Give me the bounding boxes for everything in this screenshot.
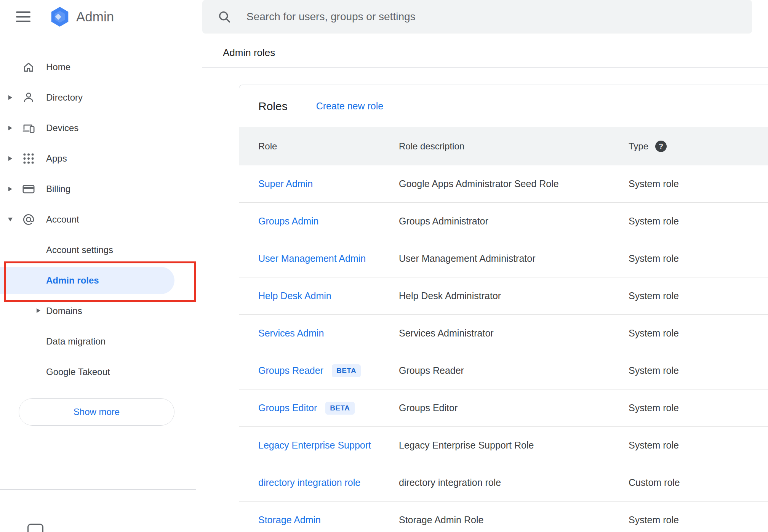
search-input[interactable] bbox=[246, 11, 752, 23]
sidebar-item-label: Google Takeout bbox=[46, 367, 110, 377]
expand-arrow-icon[interactable] bbox=[8, 186, 13, 192]
role-link[interactable]: directory integration role bbox=[258, 477, 360, 488]
help-icon[interactable] bbox=[655, 141, 667, 152]
table-row: Storage Admin Storage Admin Role System … bbox=[239, 502, 768, 532]
table-row: Groups Admin Groups Administrator System… bbox=[239, 203, 768, 240]
role-link[interactable]: Services Admin bbox=[258, 328, 324, 339]
sidebar-item-domains[interactable]: Domains bbox=[0, 296, 202, 326]
expand-arrow-icon[interactable] bbox=[8, 216, 13, 223]
search-icon bbox=[218, 10, 231, 24]
role-link[interactable]: Super Admin bbox=[258, 178, 313, 189]
role-link[interactable]: Storage Admin bbox=[258, 514, 321, 526]
page-title: Roles bbox=[258, 100, 288, 113]
brand-bar: Admin bbox=[0, 0, 114, 34]
column-header-role: Role bbox=[258, 141, 399, 152]
role-link[interactable]: Groups Admin bbox=[258, 216, 318, 227]
role-link[interactable]: User Management Admin bbox=[258, 253, 366, 264]
admin-hexagon-logo[interactable] bbox=[49, 6, 71, 28]
table-row: directory integration role directory int… bbox=[239, 464, 768, 502]
role-link[interactable]: Help Desk Admin bbox=[258, 290, 331, 301]
sidebar-item-label: Account bbox=[46, 214, 79, 225]
sidebar-item-label: Directory bbox=[46, 92, 83, 103]
person-icon bbox=[22, 91, 35, 104]
expand-arrow-icon[interactable] bbox=[8, 155, 13, 162]
role-description: Help Desk Administrator bbox=[399, 290, 629, 301]
role-type: System role bbox=[629, 402, 768, 413]
table-row: Help Desk Admin Help Desk Administrator … bbox=[239, 277, 768, 315]
role-description: Services Administrator bbox=[399, 328, 629, 339]
role-description: Groups Reader bbox=[399, 365, 629, 376]
hamburger-menu-icon[interactable] bbox=[16, 11, 30, 22]
sidebar-nav: Home Directory Devices Apps Billing Acco… bbox=[0, 52, 202, 235]
table-row: Services Admin Services Administrator Sy… bbox=[239, 315, 768, 352]
role-link[interactable]: Groups Reader bbox=[258, 365, 323, 376]
role-description: Legacy Enterprise Support Role bbox=[399, 440, 629, 451]
expand-arrow-icon[interactable] bbox=[8, 125, 13, 131]
sidebar-item-label: Home bbox=[46, 62, 70, 72]
table-row: Super Admin Google Apps Administrator Se… bbox=[239, 165, 768, 203]
role-type: System role bbox=[629, 253, 768, 264]
sidebar-item-devices[interactable]: Devices bbox=[0, 113, 202, 143]
beta-badge: BETA bbox=[332, 364, 361, 377]
create-new-role-link[interactable]: Create new role bbox=[316, 101, 383, 112]
card-title-row: Roles Create new role bbox=[239, 85, 768, 127]
roles-card: Roles Create new role Role Role descript… bbox=[239, 85, 768, 532]
sidebar-item-label: Data migration bbox=[46, 336, 106, 347]
table-row: User Management Admin User Management Ad… bbox=[239, 240, 768, 277]
sidebar-item-home[interactable]: Home bbox=[0, 52, 202, 82]
role-type: System role bbox=[629, 440, 768, 451]
role-type: Custom role bbox=[629, 477, 768, 488]
role-type: System role bbox=[629, 365, 768, 376]
role-description: Google Apps Administrator Seed Role bbox=[399, 178, 629, 189]
role-type: System role bbox=[629, 328, 768, 339]
sidebar-item-label: Admin roles bbox=[46, 275, 99, 286]
sidebar-item-label: Apps bbox=[46, 153, 67, 164]
column-header-type: Type bbox=[629, 141, 648, 152]
search-bar[interactable] bbox=[202, 0, 752, 34]
at-sign-icon bbox=[22, 213, 35, 226]
partial-nav-icon[interactable] bbox=[27, 524, 43, 532]
sidebar-item-apps[interactable]: Apps bbox=[0, 143, 202, 174]
table-row: Groups Editor BETA Groups Editor System … bbox=[239, 389, 768, 427]
role-description: directory integration role bbox=[399, 477, 629, 488]
expand-arrow-icon[interactable] bbox=[8, 95, 13, 101]
role-description: Groups Administrator bbox=[399, 216, 629, 227]
beta-badge: BETA bbox=[325, 402, 354, 415]
sidebar-item-google-takeout[interactable]: Google Takeout bbox=[0, 357, 202, 387]
apps-grid-icon bbox=[22, 152, 35, 165]
sidebar-item-label: Billing bbox=[46, 184, 70, 194]
sidebar-item-label: Devices bbox=[46, 123, 78, 133]
header-divider bbox=[202, 67, 768, 68]
role-type: System role bbox=[629, 178, 768, 189]
role-description: User Management Administrator bbox=[399, 253, 629, 264]
role-type: System role bbox=[629, 290, 768, 301]
sidebar-item-label: Account settings bbox=[46, 245, 113, 255]
billing-card-icon bbox=[22, 182, 35, 196]
table-row: Groups Reader BETA Groups Reader System … bbox=[239, 352, 768, 389]
role-link[interactable]: Groups Editor bbox=[258, 402, 317, 413]
sidebar-item-directory[interactable]: Directory bbox=[0, 82, 202, 113]
devices-icon bbox=[22, 121, 35, 135]
column-header-description: Role description bbox=[399, 141, 629, 152]
roles-table-body: Super Admin Google Apps Administrator Se… bbox=[239, 165, 768, 532]
sidebar-subnav: Account settings Admin roles Domains Dat… bbox=[0, 235, 202, 387]
table-row: Legacy Enterprise Support Legacy Enterpr… bbox=[239, 427, 768, 464]
sidebar-item-account-settings[interactable]: Account settings bbox=[0, 235, 202, 265]
sidebar-item-billing[interactable]: Billing bbox=[0, 174, 202, 204]
role-description: Groups Editor bbox=[399, 402, 629, 413]
sidebar-item-account[interactable]: Account bbox=[0, 204, 202, 235]
sidebar-item-label: Domains bbox=[46, 306, 82, 316]
expand-arrow-icon[interactable] bbox=[37, 308, 40, 313]
app-name: Admin bbox=[76, 9, 114, 24]
sidebar-divider bbox=[0, 489, 196, 490]
sidebar: Admin Home Directory Devices Apps Billin… bbox=[0, 0, 202, 532]
breadcrumb: Admin roles bbox=[223, 43, 275, 62]
role-link[interactable]: Legacy Enterprise Support bbox=[258, 440, 371, 451]
home-icon bbox=[22, 60, 35, 74]
role-type: System role bbox=[629, 514, 768, 526]
table-header: Role Role description Type bbox=[239, 127, 768, 165]
sidebar-item-data-migration[interactable]: Data migration bbox=[0, 326, 202, 357]
role-type: System role bbox=[629, 216, 768, 227]
show-more-button[interactable]: Show more bbox=[19, 398, 174, 426]
sidebar-item-admin-roles[interactable]: Admin roles bbox=[0, 265, 202, 296]
